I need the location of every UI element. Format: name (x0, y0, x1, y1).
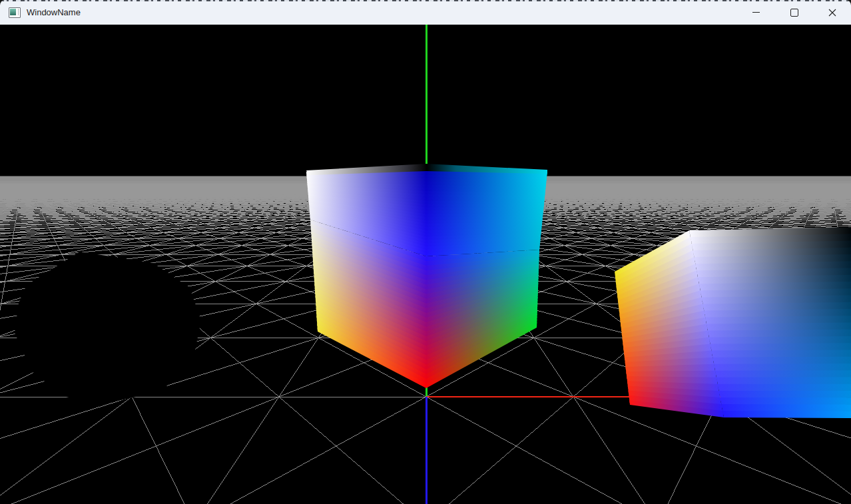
rgb-cube-right (615, 227, 851, 418)
app-icon-pane (10, 9, 16, 15)
window-controls (737, 0, 851, 25)
app-window-icon (9, 7, 21, 18)
close-icon (828, 9, 836, 17)
top-edge-artifact (0, 0, 851, 1)
maximize-icon (790, 9, 798, 17)
app-icon-separator (18, 9, 19, 15)
app-window: WindowName (0, 0, 851, 504)
close-button[interactable] (813, 0, 851, 25)
maximize-button[interactable] (775, 0, 813, 25)
minimize-icon (752, 12, 760, 13)
window-title: WindowName (27, 7, 81, 17)
titlebar[interactable]: WindowName (0, 0, 851, 25)
viewport-svg[interactable] (0, 0, 851, 504)
minimize-button[interactable] (737, 0, 775, 25)
